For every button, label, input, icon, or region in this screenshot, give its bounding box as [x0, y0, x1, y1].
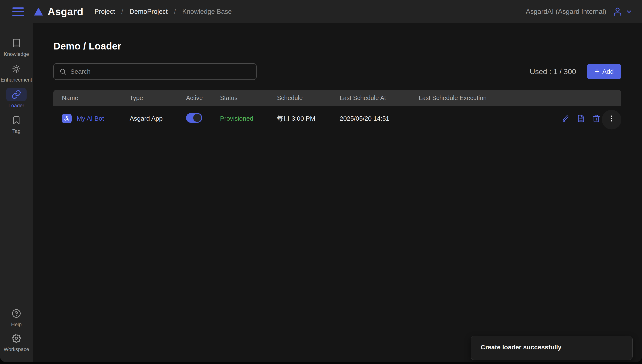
toolbar: Used : 1 / 300 + Add — [53, 63, 621, 80]
link-icon — [12, 90, 21, 99]
sidebar-item-enhancement[interactable]: Enhancement — [0, 62, 33, 83]
breadcrumb: Project / DemoProject / Knowledge Base — [94, 8, 232, 16]
loader-schedule: 毎日 3:00 PM — [277, 114, 340, 123]
trash-icon[interactable] — [592, 114, 600, 122]
add-button-label: Add — [602, 68, 613, 75]
column-header-last-schedule-execution: Last Schedule Execution — [419, 94, 621, 102]
sidebar-item-loader[interactable]: Loader — [0, 88, 33, 108]
logo-text: Asgard — [48, 6, 83, 18]
user-label: AsgardAI (Asgard Internal) — [526, 8, 606, 16]
loader-table: Name Type Active Status Schedule Last Sc… — [53, 90, 621, 131]
kebab-menu-icon[interactable] — [607, 114, 616, 122]
document-icon[interactable] — [577, 114, 585, 122]
active-toggle[interactable] — [186, 113, 202, 123]
help-circle-icon — [12, 309, 21, 318]
sun-icon — [12, 64, 21, 74]
page-title: Demo / Loader — [53, 40, 621, 52]
sidebar-item-label: Loader — [9, 102, 25, 108]
toast-message: Create loader successfully — [481, 344, 561, 351]
chevron-down-icon[interactable] — [625, 8, 633, 15]
loader-type: Asgard App — [130, 115, 186, 122]
column-header-name: Name — [53, 94, 130, 102]
breadcrumb-item-demoproject[interactable]: DemoProject — [129, 8, 168, 16]
column-header-last-schedule-at: Last Schedule At — [340, 94, 419, 102]
breadcrumb-item-knowledge-base[interactable]: Knowledge Base — [182, 8, 232, 16]
column-header-schedule: Schedule — [277, 94, 340, 102]
sidebar-item-knowledge[interactable]: Knowledge — [0, 36, 33, 57]
sidebar-item-help[interactable]: Help — [0, 307, 33, 328]
bookmark-icon — [12, 116, 21, 125]
table-row[interactable]: My AI Bot Asgard App Provisioned 毎日 3:00… — [53, 106, 621, 131]
column-header-status: Status — [220, 94, 277, 102]
table-header: Name Type Active Status Schedule Last Sc… — [53, 90, 621, 106]
app-glyph-icon — [64, 115, 70, 122]
loader-app-badge — [62, 114, 72, 124]
breadcrumb-separator: / — [174, 8, 176, 16]
breadcrumb-separator: / — [121, 8, 123, 16]
loader-name-link[interactable]: My AI Bot — [77, 115, 104, 122]
sidebar-item-tag[interactable]: Tag — [0, 114, 33, 134]
app-window: Asgard Project / DemoProject / Knowledge… — [0, 0, 642, 362]
usage-counter: Used : 1 / 300 — [530, 67, 576, 76]
plus-icon: + — [595, 67, 599, 76]
sidebar-item-label: Workspace — [4, 346, 29, 352]
search-box[interactable] — [53, 63, 257, 80]
loader-last-schedule-at: 2025/05/20 14:51 — [340, 115, 419, 122]
toggle-knob — [193, 114, 201, 122]
sidebar-item-label: Tag — [12, 128, 21, 134]
sidebar-item-label: Help — [11, 322, 22, 328]
search-icon — [59, 68, 67, 75]
edit-icon[interactable] — [562, 114, 570, 122]
column-header-active: Active — [186, 94, 220, 102]
top-header: Asgard Project / DemoProject / Knowledge… — [0, 0, 642, 23]
sidebar: Knowledge Enhancement — [0, 23, 33, 362]
sidebar-item-label: Knowledge — [4, 51, 29, 57]
sidebar-item-label: Enhancement — [1, 77, 32, 83]
search-input[interactable] — [70, 68, 251, 75]
gear-icon — [12, 334, 21, 343]
main-content: Demo / Loader Used : 1 / 300 + Add — [33, 23, 642, 362]
add-button[interactable]: + Add — [587, 64, 621, 79]
sidebar-item-workspace[interactable]: Workspace — [0, 332, 33, 352]
toast-notification: Create loader successfully — [471, 336, 633, 360]
sidebar-bottom: Help Workspace — [0, 307, 33, 352]
breadcrumb-item-project[interactable]: Project — [94, 8, 115, 16]
status-badge: Provisioned — [220, 115, 277, 122]
column-header-type: Type — [130, 94, 186, 102]
hamburger-menu-icon[interactable] — [12, 8, 24, 16]
app-logo[interactable]: Asgard — [34, 6, 83, 18]
book-icon — [12, 38, 21, 48]
logo-triangle-icon — [34, 8, 43, 16]
user-icon[interactable] — [613, 7, 622, 16]
